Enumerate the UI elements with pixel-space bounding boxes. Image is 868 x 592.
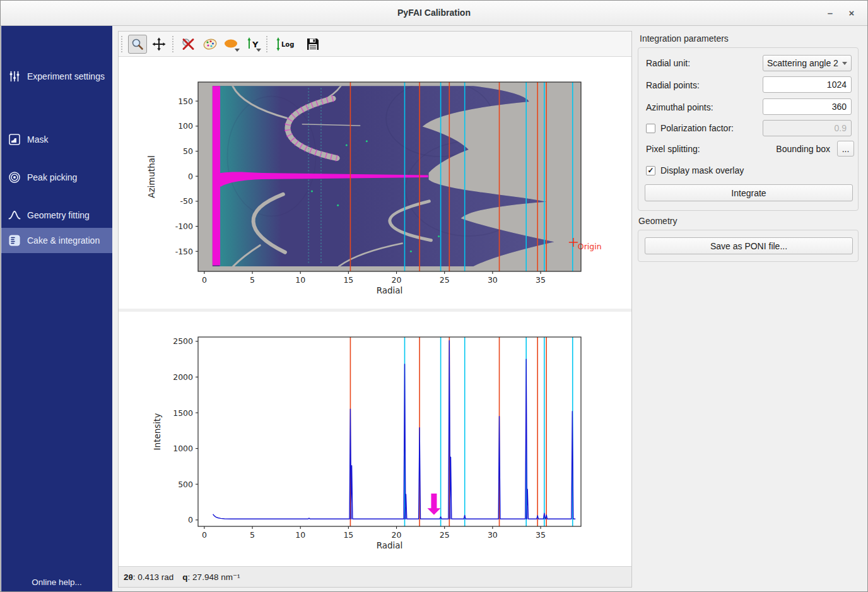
title-bar: PyFAI Calibration – × [1,1,867,26]
radial-unit-label: Radial unit: [646,58,690,68]
sidebar-item-cake-integration[interactable]: Cake & integration [1,228,112,253]
target-icon [8,171,21,184]
integration-panel: Integration parameters Radial unit: Scat… [632,26,868,592]
minimize-button[interactable]: – [822,6,838,21]
cake-plot[interactable]: Origin05101520253035150100500-50-100-150… [119,57,631,309]
save-figure-button[interactable] [303,35,322,54]
plot-panel: Y Log Origin051015 [118,31,632,588]
svg-text:5: 5 [250,275,255,285]
svg-text:35: 35 [536,530,546,540]
svg-text:2000: 2000 [173,372,193,382]
palette-button[interactable] [201,35,220,54]
svg-text:Azimuthal: Azimuthal [146,155,156,198]
mask-icon [8,133,21,146]
sidebar-item-label: Peak picking [27,172,77,182]
integrated-pattern-plot[interactable]: 0510152025303505001000150020002500Radial… [119,312,631,566]
q-label: q [182,572,187,582]
y-axis-letter: Y [252,40,259,49]
svg-text:5: 5 [250,530,255,540]
svg-text:-100: -100 [175,222,193,231]
sidebar-item-label: Cake & integration [27,235,100,246]
log-scale-icon: Log [274,37,300,52]
polarization-label: Polarization factor: [660,123,734,133]
pyfai-window: PyFAI Calibration – × Experiment setting… [0,0,868,592]
svg-text:Radial: Radial [377,540,403,550]
svg-text:25: 25 [440,530,450,540]
pixel-splitting-label: Pixel splitting: [646,144,700,154]
pixel-splitting-value: Bounding box [776,144,830,154]
close-button[interactable]: × [843,6,860,21]
sidebar-item-mask[interactable]: Mask [1,127,112,152]
svg-text:0: 0 [202,530,207,540]
q-value: : 27.948 nm⁻¹ [188,572,240,582]
svg-text:1000: 1000 [173,444,193,453]
two-theta-value: : 0.413 rad [133,572,174,582]
reset-zoom-button[interactable] [179,35,198,54]
colormap-button[interactable] [222,35,241,54]
svg-text:1500: 1500 [173,408,193,418]
online-help-link[interactable]: Online help... [1,577,112,587]
zoom-tool-button[interactable] [128,35,147,54]
radial-unit-dropdown[interactable]: Scattering angle 2 [763,55,852,71]
pan-tool-button[interactable] [150,35,168,54]
svg-text:150: 150 [178,97,193,106]
toolbar-handle [121,36,124,52]
svg-text:20: 20 [392,275,402,285]
radial-points-input[interactable] [763,76,852,93]
dropdown-caret-icon [256,49,261,52]
svg-text:50: 50 [183,146,193,156]
chevron-down-icon [842,62,847,65]
palette-icon [202,37,218,52]
polarization-input [763,120,852,136]
log-label: Log [281,41,294,48]
svg-text:-50: -50 [180,196,193,206]
azimuthal-points-label: Azimuthal points: [646,102,713,112]
sidebar-item-label: Geometry fitting [27,210,90,220]
svg-text:2500: 2500 [173,336,193,346]
svg-text:30: 30 [488,275,498,285]
peak-curve-icon [8,209,21,222]
two-theta-label: 2θ [124,572,133,582]
svg-text:15: 15 [343,530,353,540]
log-scale-button[interactable]: Log [273,35,301,54]
svg-text:0: 0 [188,515,193,524]
display-mask-label: Display mask overlay [660,165,744,175]
azimuthal-points-input[interactable] [763,98,852,115]
pixel-splitting-more-button[interactable]: ... [837,141,854,157]
cake-icon [8,234,21,247]
y-axis-direction-button[interactable]: Y [243,35,262,54]
display-mask-checkbox[interactable]: ✓ [646,166,655,175]
svg-text:25: 25 [440,275,450,285]
save-poni-button[interactable]: Save as PONI file... [645,237,853,254]
radial-points-label: Radial points: [646,80,700,90]
geometry-group: Save as PONI file... [638,230,859,262]
sidebar-item-geometry-fitting[interactable]: Geometry fitting [1,203,112,228]
svg-text:30: 30 [488,530,498,540]
sidebar-item-label: Mask [27,134,48,145]
radial-unit-value: Scattering angle 2 [767,58,842,68]
svg-text:Radial: Radial [377,285,403,295]
polarization-checkbox[interactable] [646,124,655,133]
window-title: PyFAI Calibration [1,8,867,18]
svg-text:500: 500 [178,480,193,489]
svg-text:10: 10 [295,530,305,540]
integration-parameters-header: Integration parameters [640,33,729,44]
floppy-disk-icon [306,37,320,51]
svg-text:-150: -150 [175,247,193,256]
svg-text:Intensity: Intensity [152,413,162,451]
geometry-header: Geometry [638,216,677,226]
plot-status-bar: 2θ: 0.413 rad q: 27.948 nm⁻¹ [119,566,631,587]
integrate-button[interactable]: Integrate [645,184,853,201]
sidebar: Experiment settings Mask Peak picking Ge… [1,26,112,592]
svg-text:15: 15 [343,275,353,285]
svg-text:0: 0 [188,172,193,181]
toolbar-handle [172,36,175,52]
unzoom-icon [181,37,196,52]
pan-arrows-icon [152,37,166,51]
svg-text:20: 20 [392,530,402,540]
sidebar-item-experiment-settings[interactable]: Experiment settings [1,64,112,89]
svg-text:35: 35 [536,275,546,285]
sidebar-item-peak-picking[interactable]: Peak picking [1,165,112,190]
plot-toolbar: Y Log [119,32,631,57]
svg-text:100: 100 [178,121,193,131]
